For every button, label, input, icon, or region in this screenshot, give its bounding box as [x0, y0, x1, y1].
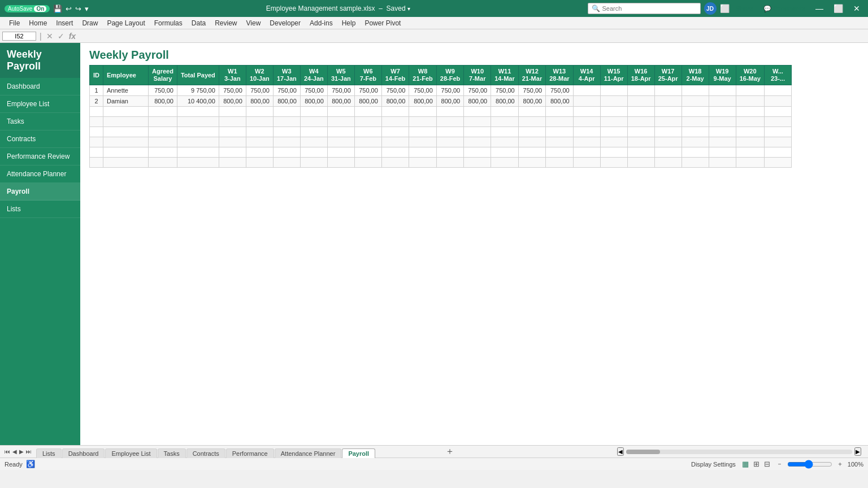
empty-cell[interactable]	[436, 158, 463, 168]
empty-cell[interactable]	[627, 127, 654, 137]
empty-cell[interactable]	[103, 127, 149, 137]
search-input[interactable]	[602, 5, 693, 12]
cell-employee[interactable]: Damian	[103, 96, 149, 107]
empty-cell[interactable]	[90, 147, 103, 158]
cell-week-10[interactable]: 800,00	[491, 96, 518, 107]
empty-cell[interactable]	[627, 117, 654, 127]
sheet-nav-first[interactable]: ⏮	[5, 448, 10, 455]
empty-cell[interactable]	[436, 117, 463, 127]
page-break-view-btn[interactable]: ⊟	[762, 460, 772, 468]
sheet-nav-prev[interactable]: ◀	[12, 448, 17, 455]
cell-week-17[interactable]	[682, 85, 709, 96]
sheet-tab-contracts[interactable]: Contracts	[186, 448, 225, 458]
empty-cell[interactable]	[682, 107, 709, 117]
empty-cell[interactable]	[573, 137, 600, 147]
undo-icon[interactable]: ↩	[66, 5, 72, 13]
empty-cell[interactable]	[573, 127, 600, 137]
empty-cell[interactable]	[682, 127, 709, 137]
scroll-right-btn[interactable]: ▶	[854, 447, 861, 456]
empty-cell[interactable]	[682, 147, 709, 158]
formula-cancel-icon[interactable]: ✕	[45, 32, 54, 41]
empty-cell[interactable]	[709, 107, 736, 117]
empty-cell[interactable]	[381, 158, 409, 168]
maximize-button[interactable]: ⬜	[830, 4, 847, 13]
empty-cell[interactable]	[464, 107, 491, 117]
toolbar-extra-icon[interactable]: ▾	[85, 5, 89, 13]
cell-week-2[interactable]: 750,00	[273, 85, 300, 96]
cell-week-11[interactable]: 750,00	[518, 85, 545, 96]
empty-cell[interactable]	[300, 147, 327, 158]
empty-cell[interactable]	[600, 107, 627, 117]
empty-cell[interactable]	[273, 127, 300, 137]
empty-cell[interactable]	[219, 117, 246, 127]
empty-cell[interactable]	[464, 147, 491, 158]
empty-cell[interactable]	[464, 127, 491, 137]
horizontal-scrollbar[interactable]	[626, 450, 852, 454]
close-button[interactable]: ✕	[850, 4, 863, 13]
empty-cell[interactable]	[177, 127, 219, 137]
empty-cell[interactable]	[464, 137, 491, 147]
empty-cell[interactable]	[327, 107, 354, 117]
cell-week-10[interactable]: 750,00	[491, 85, 518, 96]
empty-cell[interactable]	[709, 158, 736, 168]
empty-cell[interactable]	[381, 107, 409, 117]
sidebar-item-dashboard[interactable]: Dashboard	[0, 78, 80, 95]
empty-cell[interactable]	[354, 127, 381, 137]
empty-cell[interactable]	[90, 158, 103, 168]
cell-reference-input[interactable]	[2, 32, 36, 41]
empty-cell[interactable]	[300, 137, 327, 147]
empty-cell[interactable]	[546, 147, 573, 158]
empty-cell[interactable]	[518, 127, 545, 137]
empty-cell[interactable]	[600, 147, 627, 158]
sidebar-item-lists[interactable]: Lists	[0, 201, 80, 218]
sheet-tab-dashboard[interactable]: Dashboard	[62, 448, 105, 458]
empty-cell[interactable]	[764, 117, 791, 127]
empty-cell[interactable]	[219, 107, 246, 117]
empty-cell[interactable]	[654, 107, 682, 117]
toolbar-save-icon[interactable]: 💾	[53, 5, 62, 13]
comments-button[interactable]: 💬 Comments	[760, 4, 809, 14]
cell-week-7[interactable]: 800,00	[409, 96, 436, 107]
empty-cell[interactable]	[518, 137, 545, 147]
empty-cell[interactable]	[764, 107, 791, 117]
empty-cell[interactable]	[409, 158, 436, 168]
cell-id[interactable]: 2	[90, 96, 103, 107]
empty-cell[interactable]	[546, 158, 573, 168]
empty-cell[interactable]	[149, 158, 177, 168]
cell-week-18[interactable]	[709, 85, 736, 96]
empty-cell[interactable]	[682, 137, 709, 147]
empty-cell[interactable]	[219, 127, 246, 137]
empty-cell[interactable]	[573, 158, 600, 168]
cell-week-3[interactable]: 800,00	[300, 96, 327, 107]
empty-cell[interactable]	[300, 117, 327, 127]
empty-cell[interactable]	[246, 117, 273, 127]
empty-cell[interactable]	[491, 147, 518, 158]
empty-cell[interactable]	[736, 107, 764, 117]
empty-cell[interactable]	[246, 127, 273, 137]
menu-item-file[interactable]: File	[5, 18, 24, 28]
zoom-decrease-btn[interactable]: －	[776, 460, 783, 468]
empty-cell[interactable]	[573, 147, 600, 158]
sheet-tab-lists[interactable]: Lists	[36, 448, 62, 458]
menu-item-developer[interactable]: Developer	[265, 18, 305, 28]
menu-item-insert[interactable]: Insert	[51, 18, 77, 28]
empty-cell[interactable]	[764, 147, 791, 158]
empty-cell[interactable]	[491, 137, 518, 147]
cell-week-14[interactable]	[600, 96, 627, 107]
empty-cell[interactable]	[246, 158, 273, 168]
cell-week-18[interactable]	[709, 96, 736, 107]
sidebar-item-tasks[interactable]: Tasks	[0, 113, 80, 130]
cell-week-6[interactable]: 750,00	[381, 85, 409, 96]
empty-cell[interactable]	[600, 158, 627, 168]
menu-item-power-pivot[interactable]: Power Pivot	[360, 18, 405, 28]
empty-cell[interactable]	[300, 158, 327, 168]
empty-cell[interactable]	[327, 117, 354, 127]
empty-cell[interactable]	[219, 147, 246, 158]
empty-cell[interactable]	[90, 107, 103, 117]
empty-cell[interactable]	[709, 147, 736, 158]
menu-item-help[interactable]: Help	[337, 18, 361, 28]
sidebar-item-contracts[interactable]: Contracts	[0, 130, 80, 148]
cell-week-20[interactable]	[764, 85, 791, 96]
empty-cell[interactable]	[381, 147, 409, 158]
empty-cell[interactable]	[273, 107, 300, 117]
